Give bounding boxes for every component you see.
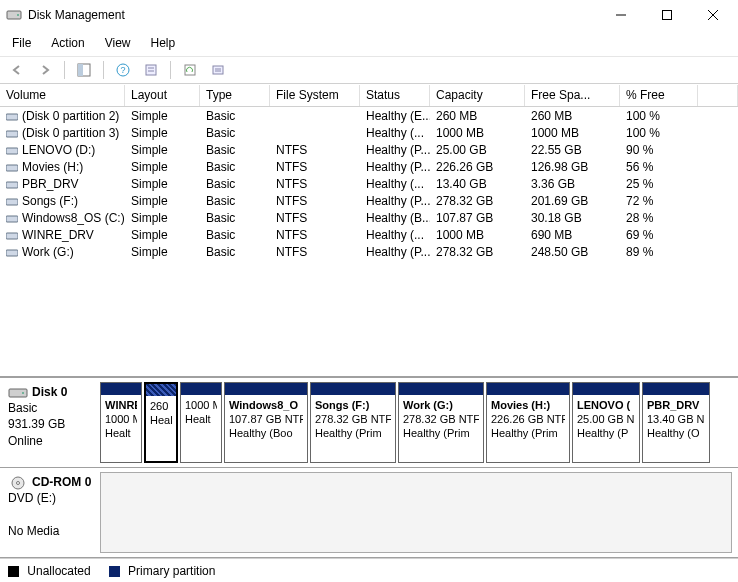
volume-type: Basic bbox=[200, 109, 270, 123]
volume-name: Windows8_OS (C:) bbox=[22, 211, 125, 225]
volume-row[interactable]: (Disk 0 partition 3)SimpleBasicHealthy (… bbox=[0, 124, 738, 141]
partition-block[interactable]: LENOVO (25.00 GB NHealthy (P bbox=[572, 382, 640, 463]
svg-text:?: ? bbox=[120, 65, 125, 75]
col-filesystem[interactable]: File System bbox=[270, 85, 360, 106]
volume-row[interactable]: LENOVO (D:)SimpleBasicNTFSHealthy (P...2… bbox=[0, 141, 738, 158]
volume-status: Healthy (P... bbox=[360, 245, 430, 259]
volume-capacity: 260 MB bbox=[430, 109, 525, 123]
toolbar-separator bbox=[170, 61, 171, 79]
volume-type: Basic bbox=[200, 126, 270, 140]
col-layout[interactable]: Layout bbox=[125, 85, 200, 106]
volume-layout: Simple bbox=[125, 109, 200, 123]
volume-status: Healthy (P... bbox=[360, 143, 430, 157]
action-list-icon[interactable] bbox=[207, 59, 229, 81]
help-icon[interactable]: ? bbox=[112, 59, 134, 81]
volume-pctfree: 100 % bbox=[620, 126, 698, 140]
partition-name: PBR_DRV bbox=[647, 399, 705, 413]
partition-name: Songs (F:) bbox=[315, 399, 391, 413]
svg-rect-18 bbox=[6, 131, 18, 137]
partition-block[interactable]: Work (G:)278.32 GB NTFHealthy (Prim bbox=[398, 382, 484, 463]
partition-block[interactable]: Windows8_O107.87 GB NTFHealthy (Boo bbox=[224, 382, 308, 463]
cdrom0-label[interactable]: CD-ROM 0 DVD (E:) No Media bbox=[0, 468, 100, 557]
partition-size: 1000 M bbox=[105, 413, 137, 427]
col-capacity[interactable]: Capacity bbox=[430, 85, 525, 106]
properties-icon[interactable] bbox=[140, 59, 162, 81]
volume-pctfree: 89 % bbox=[620, 245, 698, 259]
partition-block[interactable]: PBR_DRV13.40 GB NHealthy (O bbox=[642, 382, 710, 463]
col-extra[interactable] bbox=[698, 85, 738, 106]
partition-status: Healt bbox=[105, 427, 137, 441]
forward-icon[interactable] bbox=[34, 59, 56, 81]
volume-free: 690 MB bbox=[525, 228, 620, 242]
menu-view[interactable]: View bbox=[95, 32, 141, 54]
svg-rect-19 bbox=[6, 148, 18, 154]
partition-block[interactable]: Movies (H:)226.26 GB NTFHealthy (Prim bbox=[486, 382, 570, 463]
svg-rect-23 bbox=[6, 216, 18, 222]
cdrom0-line3: No Media bbox=[8, 524, 59, 538]
refresh-icon[interactable] bbox=[179, 59, 201, 81]
partition-status: Healthy (Prim bbox=[403, 427, 479, 441]
volume-list-header: Volume Layout Type File System Status Ca… bbox=[0, 85, 738, 107]
menu-help[interactable]: Help bbox=[141, 32, 186, 54]
svg-rect-21 bbox=[6, 182, 18, 188]
maximize-button[interactable] bbox=[644, 0, 690, 30]
disk-graphical-view: Disk 0 Basic 931.39 GB Online WINRE1000 … bbox=[0, 376, 738, 558]
col-pctfree[interactable]: % Free bbox=[620, 85, 698, 106]
partition-size: 278.32 GB NTF bbox=[315, 413, 391, 427]
volume-name: PBR_DRV bbox=[22, 177, 78, 191]
volume-layout: Simple bbox=[125, 211, 200, 225]
cdrom0-empty-area[interactable] bbox=[100, 472, 732, 553]
close-button[interactable] bbox=[690, 0, 736, 30]
disk0-label[interactable]: Disk 0 Basic 931.39 GB Online bbox=[0, 378, 100, 467]
volume-layout: Simple bbox=[125, 194, 200, 208]
col-type[interactable]: Type bbox=[200, 85, 270, 106]
col-status[interactable]: Status bbox=[360, 85, 430, 106]
volume-status: Healthy (E... bbox=[360, 109, 430, 123]
toolbar-separator bbox=[64, 61, 65, 79]
partition-block[interactable]: 1000 MHealt bbox=[180, 382, 222, 463]
partition-status: Healthy (O bbox=[647, 427, 705, 441]
volume-fs: NTFS bbox=[270, 211, 360, 225]
partition-block[interactable]: Songs (F:)278.32 GB NTFHealthy (Prim bbox=[310, 382, 396, 463]
volume-row[interactable]: Songs (F:)SimpleBasicNTFSHealthy (P...27… bbox=[0, 192, 738, 209]
volume-row[interactable]: Windows8_OS (C:)SimpleBasicNTFSHealthy (… bbox=[0, 209, 738, 226]
menu-action[interactable]: Action bbox=[41, 32, 94, 54]
svg-rect-17 bbox=[6, 114, 18, 120]
volume-name: Work (G:) bbox=[22, 245, 74, 259]
partition-size: 107.87 GB NTF bbox=[229, 413, 303, 427]
menu-file[interactable]: File bbox=[2, 32, 41, 54]
menubar: File Action View Help bbox=[0, 30, 738, 57]
toolbar-separator bbox=[103, 61, 104, 79]
volume-type: Basic bbox=[200, 160, 270, 174]
svg-rect-7 bbox=[78, 64, 83, 76]
minimize-button[interactable] bbox=[598, 0, 644, 30]
volume-fs: NTFS bbox=[270, 177, 360, 191]
disk-row-disk0: Disk 0 Basic 931.39 GB Online WINRE1000 … bbox=[0, 378, 738, 468]
volume-capacity: 25.00 GB bbox=[430, 143, 525, 157]
volume-row[interactable]: Work (G:)SimpleBasicNTFSHealthy (P...278… bbox=[0, 243, 738, 260]
partition-block[interactable]: 260 MHeal bbox=[144, 382, 178, 463]
toolbar: ? bbox=[0, 57, 738, 84]
volume-status: Healthy (B... bbox=[360, 211, 430, 225]
partition-block[interactable]: WINRE1000 MHealt bbox=[100, 382, 142, 463]
partition-name: WINRE bbox=[105, 399, 137, 413]
volume-status: Healthy (... bbox=[360, 177, 430, 191]
volume-row[interactable]: (Disk 0 partition 2)SimpleBasicHealthy (… bbox=[0, 107, 738, 124]
volume-row[interactable]: WINRE_DRVSimpleBasicNTFSHealthy (...1000… bbox=[0, 226, 738, 243]
svg-rect-14 bbox=[213, 66, 223, 74]
volume-status: Healthy (P... bbox=[360, 194, 430, 208]
volume-row[interactable]: PBR_DRVSimpleBasicNTFSHealthy (...13.40 … bbox=[0, 175, 738, 192]
volume-free: 3.36 GB bbox=[525, 177, 620, 191]
volume-pctfree: 56 % bbox=[620, 160, 698, 174]
back-icon[interactable] bbox=[6, 59, 28, 81]
partition-header-bar bbox=[101, 383, 141, 395]
volume-icon bbox=[6, 196, 18, 206]
volume-free: 260 MB bbox=[525, 109, 620, 123]
col-freespace[interactable]: Free Spa... bbox=[525, 85, 620, 106]
col-volume[interactable]: Volume bbox=[0, 85, 125, 106]
svg-rect-24 bbox=[6, 233, 18, 239]
volume-row[interactable]: Movies (H:)SimpleBasicNTFSHealthy (P...2… bbox=[0, 158, 738, 175]
show-hide-console-tree-icon[interactable] bbox=[73, 59, 95, 81]
partition-header-bar bbox=[399, 383, 483, 395]
volume-fs: NTFS bbox=[270, 143, 360, 157]
